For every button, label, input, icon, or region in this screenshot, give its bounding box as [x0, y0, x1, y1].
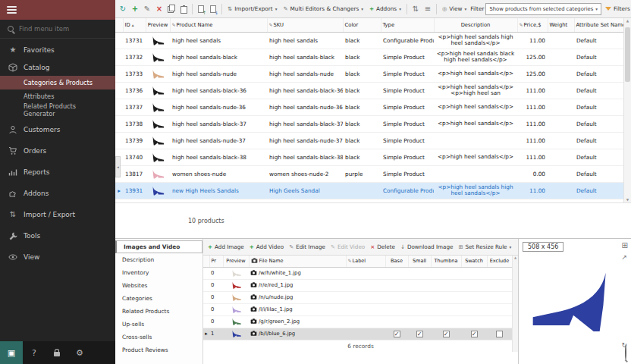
- tab-inventory[interactable]: Inventory: [115, 266, 202, 279]
- col-id[interactable]: ID▴: [123, 18, 146, 32]
- search-input[interactable]: [19, 25, 102, 33]
- expand-icon[interactable]: ⊞: [622, 241, 628, 249]
- table-row[interactable]: 13740 high heel sandals-black-38 high he…: [115, 149, 623, 165]
- add-image-button[interactable]: +Add Image: [206, 242, 246, 252]
- sidebar-item-related-products-generator[interactable]: Related Products Generator: [0, 103, 115, 117]
- filters-button[interactable]: Filters ▾: [603, 4, 631, 14]
- image-row-selected[interactable]: ▸ 1 /b/l/blue_6.jpg ✓ ✓ ✓ ✓: [203, 328, 512, 340]
- tab-related-products[interactable]: Related Products: [115, 305, 202, 318]
- image-row[interactable]: 0 /n/u/nude.jpg: [203, 291, 512, 303]
- table-row[interactable]: 13736 high heel sandals-black-36 high he…: [115, 82, 623, 99]
- col-label[interactable]: ✎Label: [346, 256, 385, 267]
- set-resize-rule-button[interactable]: ⊞Set Resize Rule▾: [456, 242, 513, 252]
- col-pr[interactable]: Pr: [209, 256, 223, 267]
- table-row[interactable]: 13737 high heel sandals-nude-36 high hee…: [115, 99, 623, 115]
- sidebar-item-addons[interactable]: Addons: [0, 184, 115, 202]
- scrollbar-thumb[interactable]: [625, 27, 630, 82]
- scroll-up-icon[interactable]: ▲: [624, 19, 631, 23]
- tab-description[interactable]: Description: [115, 253, 202, 266]
- zoom-icon[interactable]: [625, 345, 626, 359]
- tab-cross-sells[interactable]: Cross-sells: [115, 331, 202, 344]
- tab-websites[interactable]: Websites: [115, 279, 202, 292]
- image-row[interactable]: 0 /w/h/white_1.jpg: [203, 267, 512, 279]
- col-weight[interactable]: Weight: [548, 18, 574, 32]
- open-external-icon[interactable]: ↗: [621, 253, 627, 261]
- hamburger-menu-icon[interactable]: [7, 5, 17, 15]
- category-filter-select[interactable]: Show products from selected categories ▾: [485, 3, 601, 15]
- columns-icon[interactable]: ≡: [422, 3, 433, 15]
- col-preview[interactable]: Preview: [146, 18, 170, 32]
- edit-product-icon[interactable]: ✎: [142, 3, 152, 15]
- thumbnail-checkbox[interactable]: ✓: [443, 331, 450, 337]
- col-type[interactable]: Type: [381, 18, 434, 32]
- multi-editors-dropdown[interactable]: ✎ Multi Editors & Changers ▾: [281, 4, 366, 14]
- tab-categories[interactable]: Categories: [115, 292, 202, 305]
- table-row[interactable]: 13738 high heel sandals-black-37 high he…: [115, 115, 623, 132]
- lock-icon[interactable]: [46, 341, 68, 364]
- image-row[interactable]: 0 /g/r/green_2.jpg: [203, 315, 512, 328]
- vertical-scrollbar[interactable]: ▲ ▼: [623, 18, 631, 202]
- base-checkbox[interactable]: ✓: [394, 331, 400, 337]
- small-checkbox[interactable]: ✓: [416, 331, 423, 337]
- addons-dropdown[interactable]: + Addons ▾: [367, 4, 403, 14]
- col-swatch[interactable]: Swatch: [461, 256, 487, 267]
- add-product-icon[interactable]: +: [130, 3, 140, 15]
- scroll-up-icon[interactable]: ▲: [514, 256, 516, 259]
- col-exclude[interactable]: Exclude: [487, 256, 512, 267]
- sidebar-item-attributes[interactable]: Attributes: [0, 89, 115, 103]
- image-row[interactable]: 0 /l/i/lilac_1.jpg: [203, 303, 512, 315]
- import-export-dropdown[interactable]: ⇅ Import/Export ▾: [225, 4, 279, 14]
- col-preview[interactable]: Preview: [223, 256, 249, 267]
- table-row[interactable]: 13731 high heel sandals high heel sandal…: [115, 32, 623, 49]
- delete-image-button[interactable]: ×Delete: [368, 242, 397, 252]
- col-base[interactable]: Base: [385, 256, 408, 267]
- delete-product-icon[interactable]: ×: [154, 3, 165, 15]
- view-dropdown[interactable]: ◎ View ▾: [440, 4, 469, 14]
- sidebar-item-reports[interactable]: Reports: [0, 163, 115, 180]
- sidebar-item-catalog[interactable]: Catalog: [0, 58, 115, 76]
- sidebar-item-import-export[interactable]: ⇅ Import / Export: [0, 206, 115, 223]
- swatch-checkbox[interactable]: ✓: [471, 331, 478, 337]
- sidebar-item-tools[interactable]: Tools: [0, 227, 115, 244]
- scroll-down-icon[interactable]: ▼: [624, 198, 631, 202]
- sidebar-item-customers[interactable]: Customers: [0, 121, 115, 138]
- copy-icon[interactable]: [166, 3, 177, 15]
- export-doc-icon[interactable]: ↑: [196, 3, 206, 15]
- col-description[interactable]: Description: [434, 18, 517, 32]
- col-file-name[interactable]: File Name: [249, 256, 346, 267]
- images-vertical-scrollbar[interactable]: ▲: [512, 256, 518, 352]
- tab-product-reviews[interactable]: Product Reviews: [115, 344, 202, 356]
- table-row[interactable]: 13739 high heel sandals-nude-37 high hee…: [115, 132, 623, 149]
- exclude-checkbox[interactable]: [496, 331, 503, 337]
- sidebar-item-orders[interactable]: Orders: [0, 142, 115, 159]
- edit-video-button[interactable]: ✎Edit Video: [328, 242, 367, 252]
- table-row[interactable]: 13733 high heel sandals-nude high heel s…: [115, 65, 623, 82]
- col-attribute-set[interactable]: Attribute Set Name: [574, 18, 623, 32]
- col-small[interactable]: Small: [408, 256, 431, 267]
- col-color[interactable]: Color: [343, 18, 381, 32]
- table-row[interactable]: 13732 high heel sandals-black high heel …: [115, 49, 623, 65]
- table-row-selected[interactable]: ▸ 13931 new High Heels Sandals High Geel…: [115, 182, 623, 199]
- import-doc-icon[interactable]: ↓: [208, 3, 218, 15]
- sidebar-item-categories-products[interactable]: Categories & Products: [0, 76, 115, 89]
- edit-image-button[interactable]: ✎Edit Image: [287, 242, 328, 252]
- settings-gear-icon[interactable]: ⚙: [68, 341, 91, 364]
- image-row[interactable]: 0 /r/e/red_1.jpg: [203, 279, 512, 291]
- add-video-button[interactable]: +Add Video: [247, 242, 286, 252]
- help-icon[interactable]: ?: [23, 341, 46, 364]
- tab-up-sells[interactable]: Up-sells: [115, 318, 202, 331]
- sidebar-item-view[interactable]: View: [0, 248, 115, 265]
- col-price[interactable]: ✎Price,$: [517, 18, 548, 32]
- sort-icon[interactable]: ⇅: [410, 3, 421, 15]
- save-icon[interactable]: ▣: [0, 341, 23, 364]
- col-product-name[interactable]: ✎Product Name: [170, 18, 267, 32]
- sidebar-item-favorites[interactable]: ★ Favorites: [0, 41, 115, 58]
- col-sku[interactable]: ✎SKU: [267, 18, 343, 32]
- panel-collapse-handle[interactable]: ◂: [115, 156, 121, 177]
- col-thumbnail[interactable]: Thumbna: [431, 256, 461, 267]
- table-row[interactable]: 13817 women shoes-nude women shoes-nude-…: [115, 165, 623, 182]
- refresh-icon[interactable]: ↻: [118, 3, 128, 15]
- paste-icon[interactable]: [178, 3, 189, 15]
- download-image-button[interactable]: ↓Download Image: [398, 242, 456, 252]
- tab-images-and-video[interactable]: Images and Video: [115, 240, 202, 253]
